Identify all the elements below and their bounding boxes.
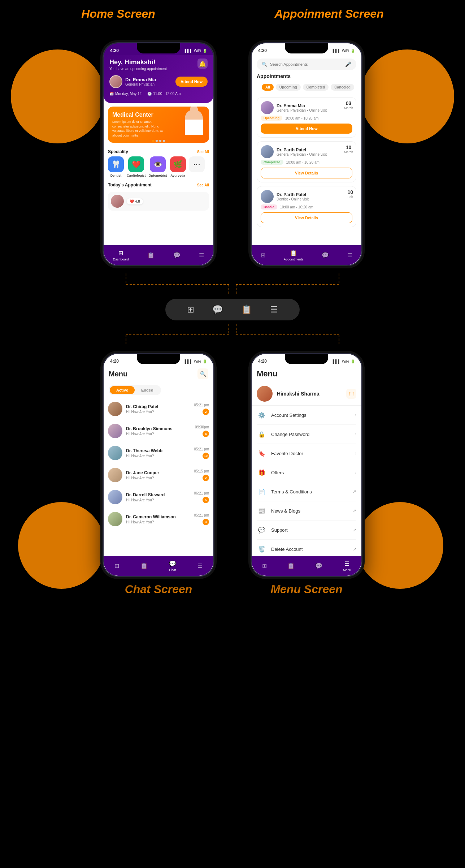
tab-completed[interactable]: Completed (303, 84, 329, 91)
attend-now-button[interactable]: Attend Now (261, 124, 352, 134)
tab-upcoming[interactable]: Upcoming (276, 84, 301, 91)
menu-nav-menu[interactable]: ☰ Menu (343, 560, 351, 572)
chat-meta-2: 09:30pm 4 (195, 425, 209, 437)
tab-canceled[interactable]: Canceled (331, 84, 354, 91)
toggle-ended[interactable]: Ended (135, 386, 160, 394)
profile-avatar (257, 386, 273, 402)
appt-doc-row-2: Dr. Parth Patel General Physician • Onli… (261, 145, 352, 158)
appt-doc-spec-2: General Physician • Online visit (277, 152, 327, 156)
mid-nav-calendar-icon[interactable]: 📋 (241, 305, 252, 315)
menu-item-account-settings[interactable]: ⚙️ Account Settings › (257, 406, 356, 425)
search-input[interactable] (270, 62, 342, 66)
chat-time-6: 05:21 pm (194, 513, 209, 517)
nav-dashboard[interactable]: ⊞ Dashboard (113, 250, 129, 261)
nav-chat[interactable]: 💬 (173, 252, 181, 259)
toggle-active[interactable]: Active (110, 386, 135, 394)
top-screens-row: 4:20 ▌▌▌ WiFi 🔋 Hey, Himakshi! You have … (0, 21, 465, 273)
chat-avatar-3 (108, 446, 122, 460)
appt-nav-appointments[interactable]: 📋 Appointments (284, 250, 304, 261)
chat-bottom-nav: ⊞ 📋 💬 Chat ☰ (104, 556, 213, 576)
menu-screen-label: Menu Screen (251, 583, 362, 596)
chat-item-6[interactable]: Dr. Cameron Williamson Hii How Are You? … (108, 508, 209, 530)
offers-arrow: › (355, 470, 356, 475)
nav-calendar[interactable]: 📋 (147, 252, 155, 259)
chat-nav-menu[interactable]: ☰ (197, 562, 203, 569)
clock-icon: 🕐 (147, 92, 152, 96)
logout-button[interactable]: ⬚ (346, 389, 356, 399)
connector-lines-bottom (70, 324, 395, 346)
terms-icon: 📄 (257, 487, 267, 497)
chat-item-1[interactable]: Dr. Chirag Patel Hii How Are You? 05:21 … (108, 398, 209, 420)
speciality-see-all[interactable]: See All (197, 150, 209, 154)
tab-all[interactable]: All (262, 84, 274, 91)
menu-nav-calendar[interactable]: 📋 (287, 562, 295, 569)
mid-nav-chat-icon[interactable]: 💬 (212, 305, 223, 315)
home-screen-title: Home Screen (81, 7, 155, 21)
appt-bottom-nav: ⊞ 📋 Appointments 💬 ☰ (252, 245, 361, 265)
chat-search-button[interactable]: 🔍 (197, 368, 208, 379)
appt-date-mon-2: March (344, 150, 353, 154)
menu-nav-chat[interactable]: 💬 (315, 562, 322, 569)
today-appt-label: Today's Appointment (108, 182, 152, 187)
favorite-doctor-icon: 🔖 (257, 448, 267, 458)
menu-item-offers[interactable]: 🎁 Offers › (257, 463, 356, 482)
chat-nav-calendar[interactable]: 📋 (140, 562, 148, 569)
bottom-screens-row: 4:20 ▌▌▌ WiFi 🔋 Menu 🔍 Active Ended (0, 346, 465, 618)
appt-status-row-2: Completed 10:00 am - 10:20 am (261, 160, 352, 165)
appt-nav-menu[interactable]: ☰ (347, 252, 352, 259)
today-see-all[interactable]: See All (197, 183, 209, 187)
chat-nav-chat[interactable]: 💬 Chat (169, 560, 176, 572)
view-details-button-1[interactable]: View Details (261, 168, 352, 178)
appt-date-mon-3: Feb (347, 195, 353, 199)
nav-menu[interactable]: ☰ (199, 252, 204, 259)
spec-more[interactable]: ⋯ (189, 156, 205, 177)
home-time: 🕐 11:00 - 12:00 Am (147, 92, 181, 96)
calendar-nav-icon: 📋 (147, 252, 155, 259)
chat-screen-block: 4:20 ▌▌▌ WiFi 🔋 Menu 🔍 Active Ended (103, 353, 214, 596)
spec-optometrist[interactable]: 👁️ Optometrist (149, 156, 167, 177)
menu-nav-label: Menu (343, 568, 351, 572)
account-settings-icon: ⚙️ (257, 410, 267, 420)
spec-ayurveda[interactable]: 🌿 Ayurveda (170, 156, 186, 177)
spec-dentist[interactable]: 🦷 Dentist (108, 156, 124, 177)
menu-item-terms[interactable]: 📄 Terms & Conditions ↗ (257, 482, 356, 501)
view-details-button-2[interactable]: View Details (261, 212, 352, 223)
appt-chat-icon: 💬 (322, 252, 329, 259)
home-doctor-row: Dr. Emma Mia General Physician Attend No… (109, 75, 208, 88)
menu-nav-dashboard[interactable]: ⊞ (262, 562, 267, 569)
delete-account-arrow: ↗ (353, 547, 356, 552)
appt-nav-dashboard[interactable]: ⊞ (261, 252, 265, 259)
appointment-phone: 4:20 ▌▌▌ WiFi 🔋 🔍 🎤 (251, 42, 362, 266)
page-wrapper: Home Screen Appoinment Screen 4:20 ▌▌▌ W… (0, 0, 465, 868)
chat-badge-6: 3 (203, 519, 209, 525)
appt-calendar-icon: 📋 (290, 250, 297, 256)
chat-time-4: 05:15 pm (194, 469, 209, 473)
chat-nav-dashboard[interactable]: ⊞ (114, 562, 119, 569)
chat-avatar-6 (108, 512, 122, 526)
appt-card-2: 10 March Dr. Parth Patel General Physici… (257, 141, 356, 182)
appt-dashboard-icon: ⊞ (261, 252, 265, 259)
appt-time-1: 10:00 am - 10:20 am (285, 116, 318, 120)
chat-avatar-2 (108, 424, 122, 438)
mic-icon[interactable]: 🎤 (345, 61, 351, 67)
chat-item-3[interactable]: Dr. Theresa Webb Hii How Are You? 05:21 … (108, 442, 209, 464)
chat-time-1: 05:21 pm (194, 403, 209, 407)
appt-nav-chat[interactable]: 💬 (322, 252, 329, 259)
appt-list: 03 March Dr. Emma Mia General Physician … (252, 97, 361, 231)
home-attend-button[interactable]: Attend Now (175, 77, 208, 87)
chat-info-1: Dr. Chirag Patel Hii How Are You? (126, 404, 190, 414)
menu-item-change-password[interactable]: 🔒 Change Password › (257, 425, 356, 444)
mid-nav-menu-icon[interactable]: ☰ (270, 305, 278, 315)
cardiologist-icon: ❤️ (128, 156, 144, 172)
chat-item-4[interactable]: Dr. Jane Cooper Hii How Are You? 05:15 p… (108, 464, 209, 486)
menu-item-favorite-doctor[interactable]: 🔖 Favorite Doctor › (257, 444, 356, 463)
chat-item-5[interactable]: Dr. Darrell Steward Hii How Are You? 06:… (108, 486, 209, 508)
chat-item-2[interactable]: Dr. Brooklyn Simmons Hii How Are You? 09… (108, 420, 209, 442)
appointment-screen-block: 4:20 ▌▌▌ WiFi 🔋 🔍 🎤 (251, 42, 362, 266)
menu-item-support[interactable]: 💬 Support ↗ (257, 521, 356, 540)
spec-cardiologist[interactable]: ❤️ Cardiologist (127, 156, 146, 177)
mid-nav-dashboard-icon[interactable]: ⊞ (187, 305, 194, 315)
notification-icon[interactable]: 🔔 (197, 59, 208, 69)
menu-item-news[interactable]: 📰 News & Blogs ↗ (257, 501, 356, 521)
menu-bottom-nav: ⊞ 📋 💬 ☰ Menu (252, 556, 361, 576)
